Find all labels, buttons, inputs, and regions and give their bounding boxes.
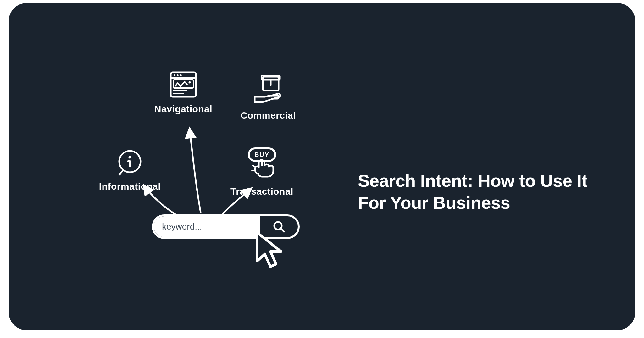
cursor-icon — [251, 230, 289, 275]
svg-point-7 — [177, 74, 179, 76]
intent-informational-label: Informational — [99, 181, 161, 192]
intent-navigational: Navigational — [142, 69, 224, 114]
arrow-to-navigational — [190, 129, 201, 212]
buy-text: BUY — [254, 151, 269, 158]
svg-point-1 — [129, 156, 131, 159]
svg-point-6 — [174, 74, 175, 76]
intent-transactional-label: Transactional — [230, 186, 293, 197]
intent-navigational-label: Navigational — [154, 104, 212, 114]
info-icon — [115, 148, 145, 178]
intent-commercial-label: Commercial — [241, 110, 296, 121]
svg-rect-3 — [127, 160, 130, 162]
hero-card: Search Intent: How to Use It For Your Bu… — [9, 3, 635, 330]
search-input[interactable]: keyword... — [154, 216, 260, 237]
intent-commercial: Commercial — [227, 72, 309, 121]
intent-diagram: Informational Navigational — [92, 72, 319, 277]
page-title: Search Intent: How to Use It For Your Bu… — [358, 170, 597, 214]
svg-line-17 — [253, 165, 256, 167]
svg-point-8 — [180, 74, 182, 76]
intent-transactional: BUY Transactional — [221, 145, 303, 197]
svg-point-10 — [189, 81, 191, 84]
intent-informational: Informational — [89, 148, 171, 192]
package-hand-icon — [251, 72, 286, 107]
buy-button-icon: BUY — [243, 145, 281, 183]
browser-window-icon — [168, 69, 199, 101]
